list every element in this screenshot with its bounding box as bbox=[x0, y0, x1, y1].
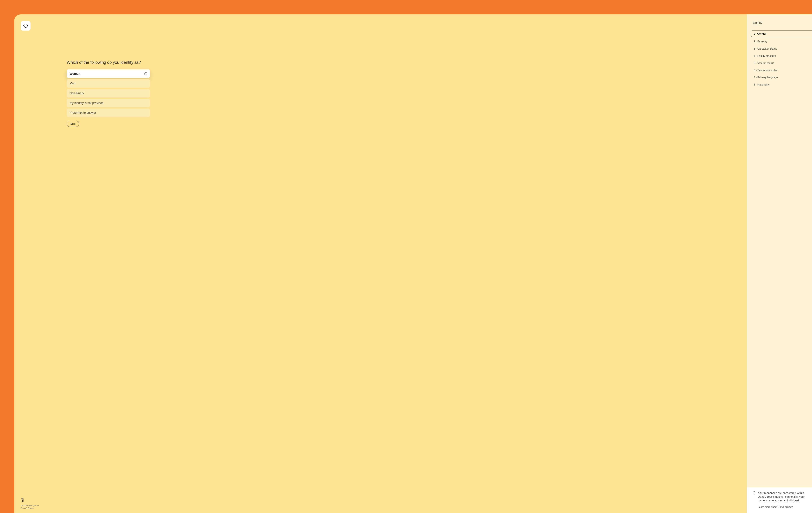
option-non-binary[interactable]: Non-binary bbox=[67, 89, 150, 98]
option-man[interactable]: Man bbox=[67, 79, 150, 88]
question-title: Which of the following do you identify a… bbox=[67, 60, 150, 65]
main-area: Which of the following do you identify a… bbox=[14, 15, 225, 142]
option-label: Woman bbox=[69, 72, 80, 75]
option-label: Prefer not to answer bbox=[69, 111, 96, 114]
question-container: Which of the following do you identify a… bbox=[67, 60, 150, 127]
check-icon bbox=[144, 73, 147, 75]
option-label: Non-binary bbox=[69, 91, 84, 95]
option-label: Man bbox=[69, 82, 75, 85]
svg-point-0 bbox=[24, 24, 25, 24]
option-woman[interactable]: Woman bbox=[67, 69, 150, 78]
svg-rect-2 bbox=[145, 73, 147, 75]
option-prefer-not[interactable]: Prefer not to answer bbox=[67, 109, 150, 117]
options-list: Woman Man Non-binary My identity is no bbox=[67, 69, 150, 117]
next-button[interactable]: Next bbox=[67, 121, 79, 127]
smile-icon bbox=[23, 23, 28, 29]
company-logo bbox=[21, 21, 30, 31]
svg-point-1 bbox=[26, 24, 27, 24]
option-not-provided[interactable]: My identity is not provided bbox=[67, 99, 150, 107]
app-frame: Which of the following do you identify a… bbox=[14, 15, 225, 142]
option-label: My identity is not provided bbox=[69, 101, 104, 105]
